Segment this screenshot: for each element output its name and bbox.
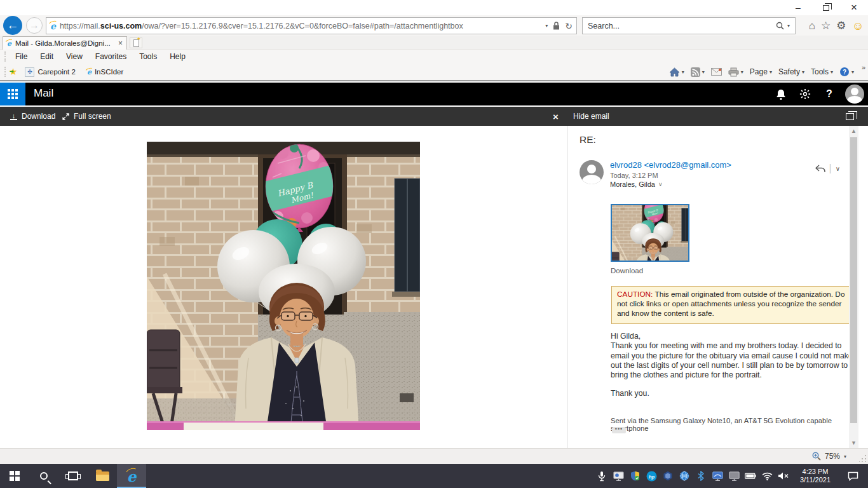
email-scrollbar[interactable]: ▲ ▼ [849, 126, 858, 448]
search-icon[interactable] [776, 22, 784, 30]
resize-grip[interactable] [859, 454, 867, 462]
attachment-toolbar: ↓ Download Full screen × Hide email [0, 107, 868, 126]
popout-button[interactable] [843, 107, 857, 126]
battery-tray-icon[interactable] [743, 464, 757, 488]
hp-tray-icon[interactable]: hp [644, 464, 658, 488]
monitor-tray-icon[interactable] [727, 464, 741, 488]
action-center-button[interactable] [840, 464, 865, 488]
close-lightbox-button[interactable]: × [550, 107, 561, 126]
favorites-bar: ★ ✣ Carepoint 2 e InSCIder ▾ ▾ [0, 64, 868, 81]
show-trimmed-content-button[interactable]: ••• [612, 427, 626, 433]
url-text[interactable]: https://mail.sci-us.com/owa/?ver=15.1.21… [60, 22, 545, 30]
restore-button[interactable] [812, 1, 840, 14]
scroll-up-icon[interactable]: ▲ [849, 126, 858, 136]
task-view-button[interactable] [58, 464, 88, 488]
tools-menu-button[interactable]: Tools▾ [811, 67, 833, 76]
app-title: Mail [34, 87, 53, 100]
new-tab-button[interactable] [130, 37, 142, 48]
tab-close-icon[interactable]: × [118, 39, 123, 48]
home-icon[interactable]: ⌂ [809, 20, 815, 32]
clock-time: 4:23 PM [796, 468, 835, 476]
zoom-control[interactable]: 75% ▾ [812, 449, 846, 464]
volume-muted-tray-icon[interactable] [776, 464, 790, 488]
zoom-dropdown-icon[interactable]: ▾ [844, 454, 846, 459]
url-dropdown-icon[interactable]: ▾ [545, 23, 548, 29]
caution-banner: CAUTION: This email originated from outs… [611, 286, 854, 324]
recipient-expander-icon[interactable]: ∨ [658, 181, 663, 187]
back-button[interactable]: ← [3, 16, 22, 35]
address-bar[interactable]: e https://mail.sci-us.com/owa/?ver=15.1.… [46, 17, 577, 34]
owa-top-bar: Mail ? [0, 83, 868, 105]
attachment-download-link[interactable]: Download [611, 267, 643, 274]
read-mail-button[interactable] [711, 68, 722, 76]
favorites-star-icon[interactable]: ☆ [821, 19, 831, 32]
restore-icon [823, 5, 829, 11]
help-menu-button[interactable]: ? ▾ [839, 67, 854, 77]
help-button[interactable]: ? [817, 83, 841, 105]
menu-file[interactable]: File [9, 51, 34, 62]
add-favorite-icon[interactable]: ★ [9, 66, 17, 78]
taskbar-clock[interactable]: 4:23 PM 3/11/2021 [793, 468, 837, 484]
notifications-button[interactable] [769, 83, 793, 105]
microphone-tray-icon[interactable] [595, 464, 609, 488]
safety-menu-button[interactable]: Safety▾ [778, 67, 804, 76]
menu-edit[interactable]: Edit [34, 51, 60, 62]
recipient-row[interactable]: Morales, Gilda ∨ [610, 180, 663, 188]
bluetooth-tray-icon[interactable] [694, 464, 708, 488]
reply-icon[interactable] [815, 165, 825, 173]
home-page-button[interactable]: ▾ [669, 67, 684, 77]
globe-tray-icon[interactable] [677, 464, 691, 488]
feedback-smiley-icon[interactable]: ☺ [852, 19, 864, 33]
fullscreen-button[interactable]: Full screen [60, 107, 114, 126]
app-launcher-button[interactable] [0, 83, 25, 105]
attachment-photo[interactable] [147, 142, 420, 430]
app-hexagon-tray-icon[interactable] [661, 464, 675, 488]
search-box[interactable]: Search... ▾ [582, 17, 796, 34]
download-attachment-button[interactable]: ↓ Download [8, 107, 58, 126]
tab-mail[interactable]: e Mail - Gilda.Morales@Digni... × [3, 36, 127, 50]
svg-text:?: ? [843, 69, 846, 76]
minimize-button[interactable]: – [784, 1, 812, 14]
page-menu-button[interactable]: Page▾ [750, 67, 772, 76]
display-user-tray-icon[interactable] [611, 464, 625, 488]
mail-icon [711, 68, 722, 76]
favorite-label: Carepoint 2 [37, 68, 75, 76]
forward-button[interactable]: → [26, 17, 43, 34]
search-dropdown-icon[interactable]: ▾ [787, 23, 790, 29]
favorite-inscider[interactable]: e InSCIder [83, 67, 127, 77]
settings-gear-icon[interactable]: ⚙ [836, 19, 846, 32]
close-button[interactable]: × [840, 1, 868, 14]
print-button[interactable]: ▾ [728, 67, 743, 77]
scroll-down-icon[interactable]: ▼ [849, 438, 858, 448]
menu-favorites[interactable]: Favorites [89, 51, 133, 62]
favorite-carepoint[interactable]: ✣ Carepoint 2 [21, 66, 79, 78]
start-button[interactable] [0, 464, 29, 488]
sender-address-link[interactable]: elvrod28 <elvrod28@gmail.com> [610, 160, 731, 170]
internet-explorer-button[interactable]: e [117, 464, 146, 488]
remote-display-tray-icon[interactable] [710, 464, 724, 488]
menu-tools[interactable]: Tools [133, 51, 163, 62]
windows-logo-icon [10, 471, 20, 481]
reply-dropdown-icon[interactable]: ∨ [836, 165, 840, 172]
attachment-thumbnail[interactable] [611, 204, 689, 262]
taskbar-search-button[interactable] [29, 464, 58, 488]
search-icon [40, 472, 48, 480]
wifi-tray-icon[interactable] [760, 464, 774, 488]
scrollbar-thumb[interactable] [850, 137, 857, 423]
defender-tray-icon[interactable] [628, 464, 642, 488]
lock-icon [553, 22, 560, 30]
action-center-icon [848, 471, 858, 481]
sender-avatar[interactable] [580, 160, 604, 184]
refresh-icon[interactable]: ↻ [565, 21, 573, 31]
settings-button[interactable] [793, 83, 817, 105]
hide-email-button[interactable]: Hide email [571, 107, 612, 126]
more-commands-icon[interactable]: » [862, 64, 865, 71]
menu-help[interactable]: Help [163, 51, 192, 62]
fullscreen-icon [62, 113, 69, 120]
menu-view[interactable]: View [60, 51, 89, 62]
rss-feeds-button[interactable]: ▾ [691, 67, 705, 77]
ie-icon: e [127, 469, 137, 484]
file-explorer-button[interactable] [88, 464, 117, 488]
svg-text:hp: hp [648, 473, 654, 479]
user-avatar[interactable] [845, 85, 864, 104]
